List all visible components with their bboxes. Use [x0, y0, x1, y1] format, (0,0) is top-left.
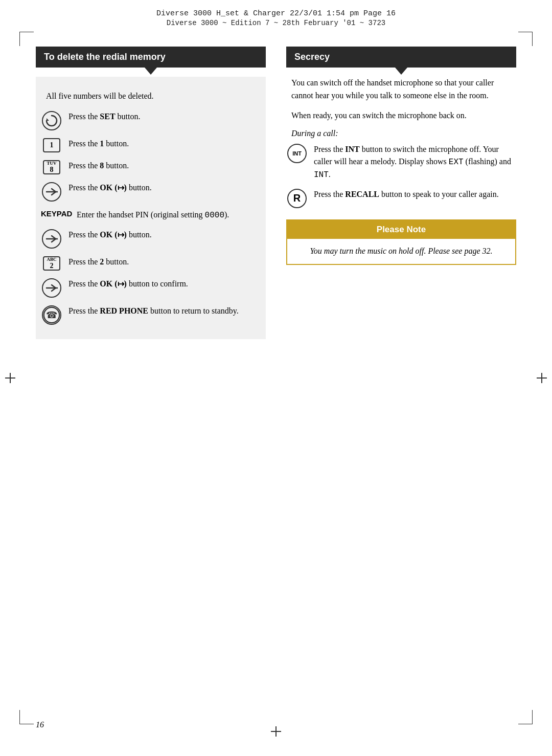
step-ok1: Press the OK (↦) button.: [41, 182, 259, 202]
header-line2: Diverse 3000 ~ Edition 7 ~ 28th February…: [31, 19, 521, 27]
step-1: 1 Press the 1 button.: [41, 138, 259, 152]
left-intro-text: All five numbers will be deleted.: [46, 92, 154, 100]
secrecy-intro-1: You can switch off the handset microphon…: [286, 77, 516, 102]
step-keypad: KEYPAD Enter the handset PIN (original s…: [41, 209, 259, 221]
please-note-title: Please Note: [377, 225, 426, 234]
page-header: Diverse 3000 H_set & Charger 22/3/01 1:5…: [0, 0, 552, 32]
please-note-text: You may turn the music on hold off. Plea…: [310, 247, 492, 255]
left-section-title: To delete the redial memory: [44, 52, 166, 62]
step-ok2-text: Press the OK (↦) button.: [68, 229, 259, 240]
left-section-header-wrapper: To delete the redial memory: [36, 47, 266, 68]
int-mono: INT: [314, 170, 329, 180]
step-1-text: Press the 1 button.: [68, 138, 259, 149]
corner-tl: [19, 32, 34, 46]
step-recall-text: Press the RECALL button to speak to your…: [314, 188, 516, 200]
key-1-icon: 1: [43, 138, 60, 152]
secrecy-intro-1-text: You can switch off the handset microphon…: [291, 78, 494, 100]
secrecy-intro-2: When ready, you can switch the microphon…: [286, 109, 516, 122]
int-button-icon: INT: [287, 144, 307, 163]
during-call-text: During a call:: [291, 129, 338, 138]
cross-left: [5, 373, 15, 383]
step-ok2: Press the OK (↦) button.: [41, 229, 259, 249]
step-set-text: Press the SET button.: [68, 110, 259, 122]
right-section-title: Secrecy: [294, 52, 330, 62]
step-phone-icon: ☎: [41, 305, 62, 325]
step-8: TUV 8 Press the 8 button.: [41, 160, 259, 174]
red-phone-icon: ☎: [42, 305, 61, 325]
step-ok3: Press the OK (↦) button to confirm.: [41, 278, 259, 298]
step-ok1-text: Press the OK (↦) button.: [68, 182, 259, 193]
step-recall: R Press the RECALL button to speak to yo…: [286, 188, 516, 208]
step-keypad-icon: KEYPAD: [41, 209, 71, 218]
during-call-label: During a call:: [286, 129, 516, 138]
cross-bottom: [271, 726, 281, 737]
recall-button-icon: R: [287, 189, 307, 208]
key-2-icon: ABC 2: [43, 256, 60, 271]
ok-button-icon-3: [42, 278, 61, 298]
step-int-text: Press the INT button to switch the micro…: [314, 143, 516, 181]
step-ok1-icon: [41, 182, 62, 202]
ext-mono: EXT: [449, 158, 464, 167]
svg-text:☎: ☎: [46, 310, 57, 320]
header-text-line2: Diverse 3000 ~ Edition 7 ~ 28th February…: [167, 19, 385, 27]
ok-svg-2: [45, 234, 58, 243]
please-note-header: Please Note: [287, 220, 515, 239]
step-keypad-text: Enter the handset PIN (original setting …: [77, 209, 259, 221]
step-set: Press the SET button.: [41, 110, 259, 130]
steps-area: All five numbers will be deleted. P: [36, 77, 266, 339]
ok-svg-3: [45, 283, 58, 293]
phone-svg: ☎: [43, 305, 60, 325]
step-ok2-icon: [41, 229, 62, 249]
left-section-header: To delete the redial memory: [36, 47, 266, 68]
corner-bl: [19, 710, 34, 724]
page-number: 16: [36, 720, 44, 729]
keypad-label: KEYPAD: [41, 209, 71, 218]
ok-svg-1: [45, 187, 58, 196]
step-int: INT Press the INT button to switch the m…: [286, 143, 516, 181]
please-note-body: You may turn the music on hold off. Plea…: [287, 239, 515, 264]
pin-mono: 0000: [205, 211, 224, 220]
key-8-icon: TUV 8: [43, 160, 60, 174]
step-8-icon: TUV 8: [41, 160, 62, 174]
step-8-text: Press the 8 button.: [68, 160, 259, 171]
right-section-header-wrapper: Secrecy: [286, 47, 516, 68]
set-svg: [44, 114, 59, 128]
step-ok3-text: Press the OK (↦) button to confirm.: [68, 278, 259, 290]
cross-right: [537, 373, 547, 383]
step-2-icon: ABC 2: [41, 256, 62, 271]
page-container: Diverse 3000 H_set & Charger 22/3/01 1:5…: [0, 0, 552, 756]
step-recall-icon: R: [286, 189, 308, 208]
ok-button-icon-2: [42, 229, 61, 249]
step-ok3-icon: [41, 278, 62, 298]
please-note-box: Please Note You may turn the music on ho…: [286, 219, 516, 265]
step-phone-text: Press the RED PHONE button to return to …: [68, 305, 259, 317]
step-int-icon: INT: [286, 144, 308, 163]
main-content: To delete the redial memory All five num…: [0, 37, 552, 360]
corner-tr: [518, 32, 533, 46]
step-2: ABC 2 Press the 2 button.: [41, 256, 259, 271]
step-red-phone: ☎ Press the RED PHONE button to return t…: [41, 305, 259, 325]
left-column: To delete the redial memory All five num…: [36, 47, 276, 339]
page-number-text: 16: [36, 720, 44, 729]
ok-button-icon-1: [42, 182, 61, 202]
step-set-icon: [41, 111, 62, 130]
svg-marker-0: [47, 118, 49, 121]
header-line1: Diverse 3000 H_set & Charger 22/3/01 1:5…: [31, 9, 521, 18]
corner-br: [518, 710, 533, 724]
right-section-header: Secrecy: [286, 47, 516, 68]
set-button-icon: [42, 111, 61, 130]
left-section-intro: All five numbers will be deleted.: [41, 90, 259, 102]
step-1-icon: 1: [41, 138, 62, 152]
header-text-line1: Diverse 3000 H_set & Charger 22/3/01 1:5…: [156, 9, 396, 18]
right-column: Secrecy You can switch off the handset m…: [276, 47, 516, 339]
secrecy-intro-2-text: When ready, you can switch the microphon…: [291, 111, 467, 120]
step-2-text: Press the 2 button.: [68, 256, 259, 268]
